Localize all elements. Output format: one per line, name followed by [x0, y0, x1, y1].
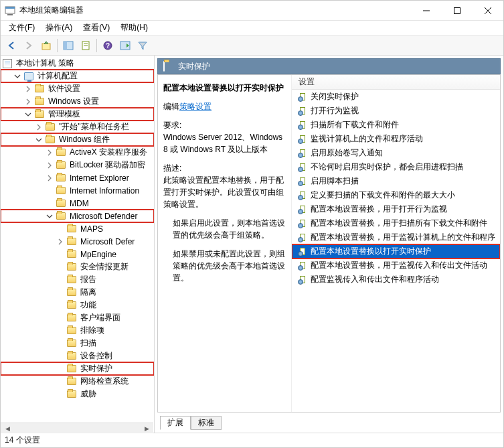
policy-row[interactable]: 定义要扫描的下载文件和附件的最大大小: [292, 188, 500, 202]
tree-node[interactable]: 扫描: [1, 337, 154, 350]
tree-node[interactable]: 安全情报更新: [1, 260, 154, 273]
titlebar: 本地组策略编辑器: [1, 1, 503, 21]
policy-row[interactable]: 扫描所有下载文件和附件: [292, 118, 500, 132]
tree-node[interactable]: Microsoft Defender: [1, 210, 154, 222]
policy-row[interactable]: 配置本地设置替换以打开实时保护: [292, 244, 500, 258]
tree-node[interactable]: Windows 组件: [1, 133, 154, 146]
policy-row[interactable]: 启用脚本扫描: [292, 174, 500, 188]
tree-node[interactable]: 威胁: [1, 388, 154, 400]
computer-icon: [23, 71, 34, 82]
policy-label: 启用原始卷写入通知: [311, 147, 383, 159]
show-hide-tree-button[interactable]: [60, 38, 76, 54]
policy-row[interactable]: 启用原始卷写入通知: [292, 146, 500, 160]
policy-icon: [297, 190, 308, 201]
policy-icon: [297, 106, 308, 117]
tab-standard[interactable]: 标准: [191, 416, 222, 430]
tree-node[interactable]: MDM: [1, 197, 154, 210]
menu-file[interactable]: 文件(F): [3, 21, 40, 35]
tree-node-label: 网络检查系统: [79, 376, 130, 387]
folder-icon: [56, 147, 66, 158]
policy-row[interactable]: 配置本地设置替换，用于打开行为监视: [292, 202, 500, 216]
tree-node-label: Internet Information: [68, 186, 141, 196]
menu-help[interactable]: 帮助(H): [115, 21, 153, 35]
export-button[interactable]: [117, 38, 133, 54]
tree-node-label: Internet Explorer: [68, 173, 131, 183]
chevron-right-icon[interactable]: [25, 86, 34, 92]
tree-node[interactable]: 计算机配置: [1, 70, 154, 82]
chevron-right-icon[interactable]: [46, 175, 56, 181]
minimize-button[interactable]: [411, 1, 442, 21]
tree-node-label: MpEngine: [79, 250, 118, 259]
tree-node[interactable]: 功能: [1, 299, 154, 311]
policy-row[interactable]: 配置本地设置替换，用于监视计算机上的文件和程序: [292, 230, 500, 244]
tree-node[interactable]: MpEngine: [1, 248, 154, 260]
chevron-right-icon[interactable]: [57, 238, 66, 245]
policy-row[interactable]: 配置本地设置替换，用于监视传入和传出文件活动: [292, 258, 500, 273]
list-column-header[interactable]: 设置: [292, 75, 500, 90]
tree-node[interactable]: 排除项: [1, 324, 154, 337]
toolbar-separator: [96, 39, 97, 52]
tree-node[interactable]: 隔离: [1, 286, 154, 299]
chevron-right-icon[interactable]: [35, 124, 45, 131]
edit-policy-link[interactable]: 策略设置: [179, 102, 212, 111]
tree-node-label: 隔离: [79, 287, 98, 298]
menu-action[interactable]: 操作(A): [40, 21, 78, 35]
policy-row[interactable]: 关闭实时保护: [292, 90, 500, 104]
tree-node[interactable]: MAPS: [1, 222, 154, 235]
back-button[interactable]: [3, 38, 19, 54]
policy-row[interactable]: 不论何时启用实时保护，都会启用进程扫描: [292, 160, 500, 174]
tree-node[interactable]: 管理模板: [1, 108, 154, 121]
app-icon: [5, 5, 15, 16]
scroll-right-icon[interactable]: ▶: [141, 424, 152, 433]
policy-row[interactable]: 配置本地设置替换，用于扫描所有下载文件和附件: [292, 216, 500, 230]
chevron-down-icon[interactable]: [14, 73, 23, 80]
filter-button[interactable]: [135, 38, 151, 54]
policy-row[interactable]: 监视计算机上的文件和程序活动: [292, 132, 500, 146]
tree-node[interactable]: 报告: [1, 273, 154, 286]
folder-icon: [56, 211, 66, 222]
close-button[interactable]: [473, 1, 503, 21]
content-header: 实时保护: [157, 58, 501, 74]
policy-icon: [297, 275, 308, 285]
tree-node[interactable]: Windows 设置: [1, 95, 154, 108]
tree-node[interactable]: 软件设置: [1, 82, 154, 95]
up-button[interactable]: [38, 38, 54, 54]
tree-node[interactable]: Internet Explorer: [1, 171, 154, 184]
scroll-left-icon[interactable]: ◀: [2, 424, 13, 433]
tree-node[interactable]: "开始"菜单和任务栏: [1, 121, 154, 133]
chevron-down-icon[interactable]: [46, 213, 56, 220]
chevron-down-icon[interactable]: [25, 111, 34, 118]
chevron-right-icon[interactable]: [46, 149, 56, 156]
help-button[interactable]: ?: [100, 38, 116, 54]
tab-extended[interactable]: 扩展: [160, 416, 191, 430]
menubar: 文件(F) 操作(A) 查看(V) 帮助(H): [1, 21, 503, 35]
chevron-down-icon[interactable]: [35, 137, 45, 143]
policy-row[interactable]: 打开行为监视: [292, 104, 500, 118]
tree-pane[interactable]: 本地计算机 策略 计算机配置软件设置Windows 设置管理模板"开始"菜单和任…: [1, 56, 155, 433]
tree-node[interactable]: Microsoft Defer: [1, 235, 154, 248]
svg-text:?: ?: [106, 42, 110, 50]
policy-list[interactable]: 关闭实时保护打开行为监视扫描所有下载文件和附件监视计算机上的文件和程序活动启用原…: [292, 90, 500, 412]
policy-icon: [297, 246, 308, 257]
tree-node[interactable]: Internet Information: [1, 184, 154, 197]
folder-icon: [66, 364, 77, 374]
tree-node[interactable]: ActiveX 安装程序服务: [1, 146, 154, 159]
tree-node[interactable]: 网络检查系统: [1, 375, 154, 388]
policy-row[interactable]: 配置监视传入和传出文件和程序活动: [292, 273, 500, 287]
tree-node[interactable]: 设备控制: [1, 350, 154, 362]
toolbar-separator: [57, 39, 58, 52]
policy-label: 配置本地设置替换，用于监视传入和传出文件活动: [311, 260, 487, 271]
tree-node-label: 设备控制: [79, 350, 114, 362]
menu-view[interactable]: 查看(V): [78, 21, 115, 35]
properties-button[interactable]: [78, 38, 94, 54]
forward-button[interactable]: [21, 38, 37, 54]
tree-node[interactable]: 实时保护: [1, 362, 154, 375]
tree-node[interactable]: 客户端界面: [1, 311, 154, 324]
tree-node[interactable]: BitLocker 驱动器加密: [1, 159, 154, 171]
tree-root-node[interactable]: 本地计算机 策略: [1, 57, 154, 70]
maximize-button[interactable]: [442, 1, 473, 21]
tree-horizontal-scrollbar[interactable]: ◀ ▶: [1, 423, 153, 433]
chevron-right-icon[interactable]: [46, 162, 56, 169]
chevron-right-icon[interactable]: [25, 98, 34, 105]
folder-icon: [66, 287, 77, 298]
